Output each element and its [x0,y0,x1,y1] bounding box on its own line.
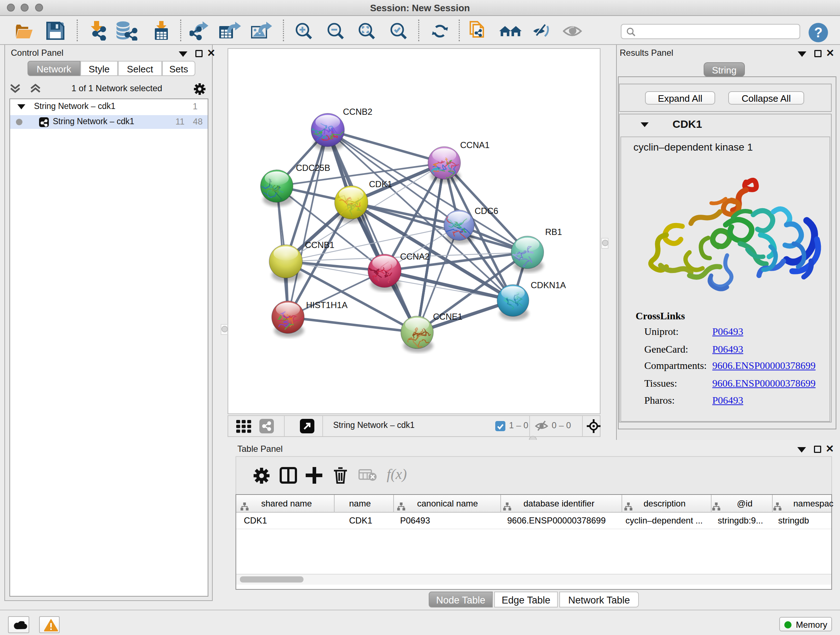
svg-text:CDC25B: CDC25B [296,163,330,173]
svg-text:RB1: RB1 [545,227,562,237]
svg-text:?: ? [814,25,822,40]
svg-text:HIST1H1A: HIST1H1A [306,300,347,310]
svg-text:CDKN1A: CDKN1A [531,280,566,290]
svg-text:CCNA1: CCNA1 [460,140,489,150]
svg-text:CCNA2: CCNA2 [400,252,429,261]
svg-text:CCNB1: CCNB1 [305,240,334,250]
svg-text:CCNE1: CCNE1 [433,312,462,321]
svg-text:CDK1: CDK1 [369,179,392,189]
svg-text:CDC6: CDC6 [475,206,498,216]
svg-text:CCNB2: CCNB2 [343,107,372,117]
